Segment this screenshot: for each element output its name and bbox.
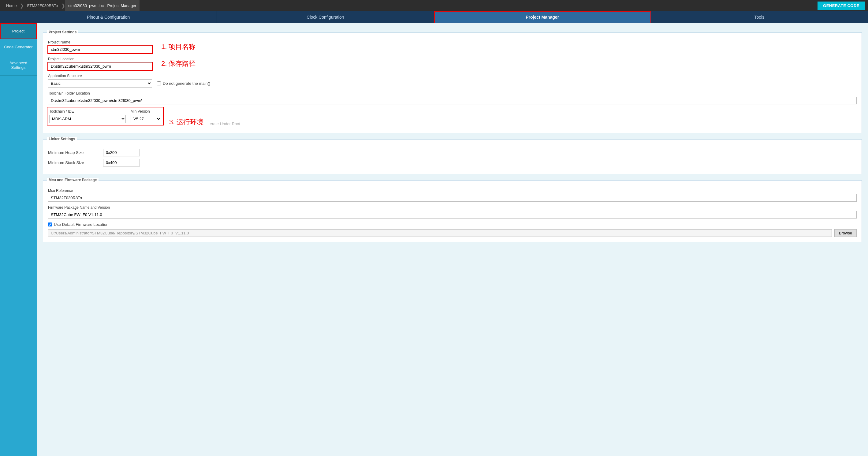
app-structure-row: Application Structure Basic Advanced Do … bbox=[48, 74, 857, 88]
tab-clock[interactable]: Clock Configuration bbox=[217, 11, 434, 23]
annotation-1: 1. 项目名称 bbox=[161, 42, 195, 52]
use-default-row: Use Default Firmware Location bbox=[48, 222, 857, 227]
use-default-checkbox[interactable] bbox=[48, 222, 52, 226]
firmware-location-input bbox=[48, 229, 832, 237]
browse-button[interactable]: Browse bbox=[834, 229, 857, 237]
sidebar-item-advanced-settings[interactable]: Advanced Settings bbox=[0, 55, 37, 75]
mcu-firmware-panel: Mcu and Firmware Package Mcu Reference F… bbox=[43, 180, 862, 242]
app-structure-select[interactable]: Basic Advanced bbox=[48, 79, 152, 88]
generate-under-root-text: erate Under Root bbox=[210, 121, 240, 126]
do-not-generate-label: Do not generate the main() bbox=[163, 81, 210, 86]
tab-project-manager[interactable]: Project Manager bbox=[434, 11, 651, 23]
use-default-label: Use Default Firmware Location bbox=[54, 222, 108, 227]
sidebar: Project Code Generator Advanced Settings bbox=[0, 23, 37, 456]
do-not-generate-checkbox[interactable] bbox=[157, 82, 161, 85]
min-heap-input[interactable] bbox=[103, 149, 140, 156]
toolchain-ide-row: Toolchain / IDE MDK-ARM STM32CubeIDE Mak… bbox=[48, 108, 162, 124]
toolchain-folder-input[interactable] bbox=[48, 97, 857, 104]
sidebar-item-code-generator[interactable]: Code Generator bbox=[0, 39, 37, 55]
annotation-3: 3. 运行环境 bbox=[169, 118, 204, 127]
min-stack-row: Minimum Stack Size bbox=[48, 159, 857, 166]
breadcrumb-sep-2: ❯ bbox=[61, 3, 65, 8]
linker-settings-title: Linker Settings bbox=[47, 137, 77, 141]
toolchain-folder-label: Toolchain Folder Location bbox=[48, 91, 857, 95]
project-location-input[interactable] bbox=[48, 62, 152, 70]
min-heap-label: Minimum Heap Size bbox=[48, 150, 97, 155]
app-structure-label: Application Structure bbox=[48, 74, 152, 78]
project-settings-title: Project Settings bbox=[47, 30, 78, 34]
project-name-label: Project Name bbox=[48, 40, 152, 44]
sidebar-item-project[interactable]: Project bbox=[0, 23, 37, 39]
toolchain-label: Toolchain / IDE bbox=[49, 109, 126, 114]
breadcrumb-home[interactable]: Home bbox=[3, 0, 20, 11]
mcu-ref-label: Mcu Reference bbox=[48, 188, 857, 193]
firmware-name-label: Firmware Package Name and Version bbox=[48, 205, 857, 210]
min-stack-input[interactable] bbox=[103, 159, 140, 166]
min-version-label: Min Version bbox=[131, 109, 161, 114]
generate-code-button[interactable]: GENERATE CODE bbox=[817, 2, 865, 10]
toolchain-select[interactable]: MDK-ARM STM32CubeIDE Makefile EWARM bbox=[49, 115, 126, 123]
min-version-group: Min Version V5.27 V5.36 V5.38 bbox=[131, 109, 161, 123]
project-name-input[interactable] bbox=[48, 45, 152, 53]
mcu-ref-group: Mcu Reference bbox=[48, 188, 857, 202]
min-stack-label: Minimum Stack Size bbox=[48, 160, 97, 165]
tab-tools[interactable]: Tools bbox=[651, 11, 868, 23]
firmware-name-input[interactable] bbox=[48, 211, 857, 218]
mcu-firmware-title: Mcu and Firmware Package bbox=[47, 178, 98, 182]
breadcrumb-project[interactable]: stm32f030_pwm.ioc - Project Manager bbox=[65, 0, 140, 11]
firmware-name-group: Firmware Package Name and Version bbox=[48, 205, 857, 218]
project-location-label: Project Location bbox=[48, 57, 152, 61]
app-body: Project Code Generator Advanced Settings… bbox=[0, 23, 868, 456]
min-version-select[interactable]: V5.27 V5.36 V5.38 bbox=[131, 115, 161, 123]
breadcrumb-sep-1: ❯ bbox=[20, 3, 24, 8]
annotation-2: 2. 保存路径 bbox=[161, 59, 195, 68]
content-area: Project Settings Project Name 1. 项目名称 Pr… bbox=[37, 23, 868, 456]
tab-pinout[interactable]: Pinout & Configuration bbox=[0, 11, 217, 23]
top-nav: Home ❯ STM32F030R8Tx ❯ stm32f030_pwm.ioc… bbox=[0, 0, 868, 11]
project-settings-panel: Project Settings Project Name 1. 项目名称 Pr… bbox=[43, 32, 862, 133]
toolchain-folder-group: Toolchain Folder Location bbox=[48, 91, 857, 104]
main-tabs: Pinout & Configuration Clock Configurati… bbox=[0, 11, 868, 23]
toolchain-group: Toolchain / IDE MDK-ARM STM32CubeIDE Mak… bbox=[49, 109, 126, 123]
mcu-ref-input[interactable] bbox=[48, 194, 857, 202]
firmware-location-row: Browse bbox=[48, 229, 857, 237]
min-heap-row: Minimum Heap Size bbox=[48, 149, 857, 156]
linker-settings-panel: Linker Settings Minimum Heap Size Minimu… bbox=[43, 139, 862, 174]
breadcrumb-device[interactable]: STM32F030R8Tx bbox=[24, 0, 62, 11]
